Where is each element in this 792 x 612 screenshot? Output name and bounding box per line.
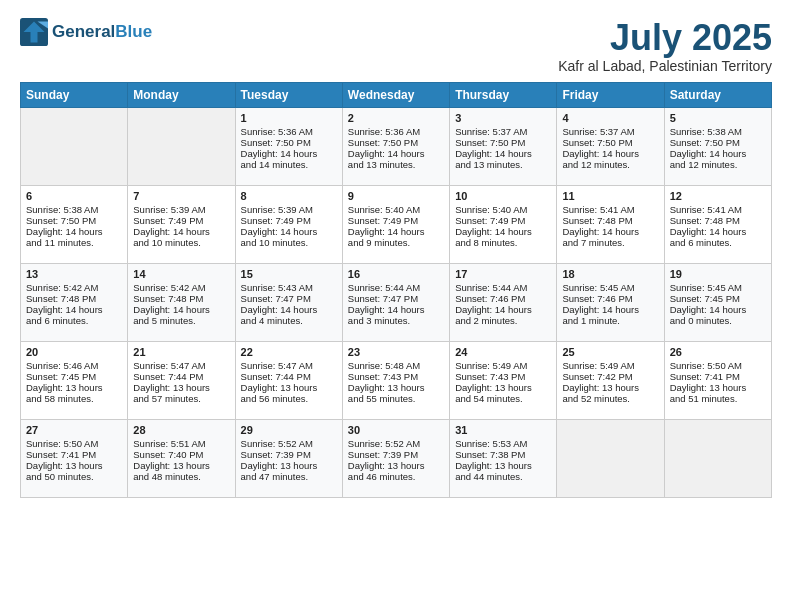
day-info: Sunset: 7:48 PM [670, 215, 766, 226]
day-number: 28 [133, 424, 229, 436]
day-number: 13 [26, 268, 122, 280]
day-info: Sunset: 7:50 PM [348, 137, 444, 148]
day-info: and 44 minutes. [455, 471, 551, 482]
calendar-cell: 29Sunrise: 5:52 AMSunset: 7:39 PMDayligh… [235, 419, 342, 497]
day-info: Sunrise: 5:49 AM [562, 360, 658, 371]
day-info: and 8 minutes. [455, 237, 551, 248]
calendar-cell: 22Sunrise: 5:47 AMSunset: 7:44 PMDayligh… [235, 341, 342, 419]
day-info: Sunset: 7:41 PM [26, 449, 122, 460]
day-info: Sunset: 7:46 PM [562, 293, 658, 304]
calendar-cell: 2Sunrise: 5:36 AMSunset: 7:50 PMDaylight… [342, 107, 449, 185]
day-info: Sunset: 7:48 PM [133, 293, 229, 304]
calendar-cell: 25Sunrise: 5:49 AMSunset: 7:42 PMDayligh… [557, 341, 664, 419]
day-info: Sunset: 7:50 PM [562, 137, 658, 148]
day-number: 18 [562, 268, 658, 280]
day-info: Sunrise: 5:37 AM [562, 126, 658, 137]
day-info: Daylight: 14 hours [133, 226, 229, 237]
day-info: Sunset: 7:50 PM [26, 215, 122, 226]
day-info: Sunrise: 5:47 AM [241, 360, 337, 371]
day-info: Daylight: 14 hours [348, 226, 444, 237]
day-info: Daylight: 13 hours [26, 382, 122, 393]
day-number: 8 [241, 190, 337, 202]
day-info: and 12 minutes. [562, 159, 658, 170]
day-info: Sunset: 7:47 PM [241, 293, 337, 304]
calendar-cell: 8Sunrise: 5:39 AMSunset: 7:49 PMDaylight… [235, 185, 342, 263]
day-info: Sunrise: 5:45 AM [670, 282, 766, 293]
day-info: Daylight: 14 hours [562, 304, 658, 315]
day-info: and 14 minutes. [241, 159, 337, 170]
calendar-cell: 28Sunrise: 5:51 AMSunset: 7:40 PMDayligh… [128, 419, 235, 497]
calendar-cell: 31Sunrise: 5:53 AMSunset: 7:38 PMDayligh… [450, 419, 557, 497]
logo-text: GeneralBlue [52, 22, 152, 42]
day-info: Sunset: 7:45 PM [26, 371, 122, 382]
weekday-header: Saturday [664, 82, 771, 107]
day-info: and 48 minutes. [133, 471, 229, 482]
day-number: 19 [670, 268, 766, 280]
day-number: 14 [133, 268, 229, 280]
day-info: Sunset: 7:45 PM [670, 293, 766, 304]
calendar-week-row: 20Sunrise: 5:46 AMSunset: 7:45 PMDayligh… [21, 341, 772, 419]
day-info: Sunrise: 5:41 AM [670, 204, 766, 215]
day-info: and 13 minutes. [455, 159, 551, 170]
calendar-cell: 16Sunrise: 5:44 AMSunset: 7:47 PMDayligh… [342, 263, 449, 341]
day-number: 24 [455, 346, 551, 358]
calendar-cell: 9Sunrise: 5:40 AMSunset: 7:49 PMDaylight… [342, 185, 449, 263]
day-info: Sunset: 7:46 PM [455, 293, 551, 304]
day-info: Sunset: 7:49 PM [455, 215, 551, 226]
day-info: Daylight: 14 hours [133, 304, 229, 315]
day-info: Sunset: 7:50 PM [241, 137, 337, 148]
day-info: and 58 minutes. [26, 393, 122, 404]
day-info: Daylight: 14 hours [241, 304, 337, 315]
day-number: 30 [348, 424, 444, 436]
calendar-week-row: 1Sunrise: 5:36 AMSunset: 7:50 PMDaylight… [21, 107, 772, 185]
day-info: Daylight: 14 hours [348, 148, 444, 159]
calendar-cell: 20Sunrise: 5:46 AMSunset: 7:45 PMDayligh… [21, 341, 128, 419]
day-number: 29 [241, 424, 337, 436]
day-info: and 6 minutes. [670, 237, 766, 248]
day-info: Sunrise: 5:44 AM [455, 282, 551, 293]
weekday-header-row: SundayMondayTuesdayWednesdayThursdayFrid… [21, 82, 772, 107]
day-info: and 55 minutes. [348, 393, 444, 404]
day-info: Sunset: 7:43 PM [348, 371, 444, 382]
calendar-cell: 26Sunrise: 5:50 AMSunset: 7:41 PMDayligh… [664, 341, 771, 419]
day-info: Sunset: 7:38 PM [455, 449, 551, 460]
day-info: and 10 minutes. [133, 237, 229, 248]
day-info: Sunset: 7:47 PM [348, 293, 444, 304]
day-info: and 3 minutes. [348, 315, 444, 326]
header: GeneralBlue July 2025 Kafr al Labad, Pal… [20, 18, 772, 74]
day-info: Daylight: 14 hours [455, 226, 551, 237]
day-info: and 13 minutes. [348, 159, 444, 170]
day-info: Sunset: 7:50 PM [670, 137, 766, 148]
day-info: Sunrise: 5:45 AM [562, 282, 658, 293]
day-info: and 51 minutes. [670, 393, 766, 404]
calendar-week-row: 13Sunrise: 5:42 AMSunset: 7:48 PMDayligh… [21, 263, 772, 341]
day-info: Daylight: 14 hours [455, 148, 551, 159]
day-info: Sunrise: 5:53 AM [455, 438, 551, 449]
day-number: 6 [26, 190, 122, 202]
day-info: and 47 minutes. [241, 471, 337, 482]
day-info: Daylight: 14 hours [562, 226, 658, 237]
day-info: Sunrise: 5:51 AM [133, 438, 229, 449]
day-number: 31 [455, 424, 551, 436]
day-info: Daylight: 13 hours [133, 382, 229, 393]
day-number: 4 [562, 112, 658, 124]
day-info: Sunset: 7:39 PM [241, 449, 337, 460]
day-info: Sunrise: 5:44 AM [348, 282, 444, 293]
weekday-header: Tuesday [235, 82, 342, 107]
calendar-cell: 3Sunrise: 5:37 AMSunset: 7:50 PMDaylight… [450, 107, 557, 185]
calendar-cell [21, 107, 128, 185]
day-info: Sunset: 7:39 PM [348, 449, 444, 460]
day-info: Sunrise: 5:38 AM [670, 126, 766, 137]
day-info: Sunset: 7:42 PM [562, 371, 658, 382]
calendar-cell [664, 419, 771, 497]
day-info: Sunrise: 5:36 AM [348, 126, 444, 137]
day-info: Sunrise: 5:40 AM [348, 204, 444, 215]
calendar-cell: 13Sunrise: 5:42 AMSunset: 7:48 PMDayligh… [21, 263, 128, 341]
day-info: Sunrise: 5:39 AM [133, 204, 229, 215]
calendar-cell: 4Sunrise: 5:37 AMSunset: 7:50 PMDaylight… [557, 107, 664, 185]
day-info: Daylight: 14 hours [241, 226, 337, 237]
day-info: Sunrise: 5:46 AM [26, 360, 122, 371]
calendar-cell: 30Sunrise: 5:52 AMSunset: 7:39 PMDayligh… [342, 419, 449, 497]
day-info: and 10 minutes. [241, 237, 337, 248]
day-info: Daylight: 14 hours [670, 304, 766, 315]
